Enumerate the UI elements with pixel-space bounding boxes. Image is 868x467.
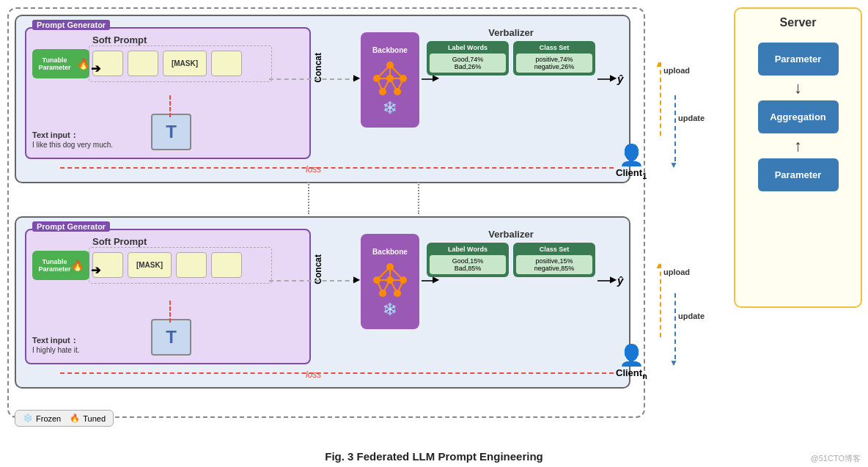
label-words-content-2: Good,15%Bad,85% bbox=[430, 255, 506, 274]
dot-separator-2 bbox=[418, 182, 419, 214]
update-label-1: update bbox=[678, 114, 705, 122]
fig-caption: Fig. 3 Federated LLM Prompt Engineering bbox=[0, 450, 868, 463]
sp-box-2c bbox=[211, 252, 242, 278]
fire-legend: 🔥 bbox=[70, 413, 80, 423]
snowflake-legend: ❄️ bbox=[23, 413, 33, 423]
verbalizer-label-2: Verbalizer bbox=[427, 229, 595, 240]
client1-icon: 👤 bbox=[616, 143, 647, 167]
svg-line-12 bbox=[383, 78, 390, 92]
verbalizer-inner-1: Label Words Good,74%Bad,26% Class Set po… bbox=[427, 41, 595, 76]
watermark: @51CTO博客 bbox=[811, 453, 861, 464]
client2-label: 👤 Clientn bbox=[616, 343, 647, 380]
backbone-label-1: Backbone bbox=[372, 46, 408, 54]
verb-col-label-1: Label Words Good,74%Bad,26% bbox=[427, 41, 509, 76]
client1-name: Client1 bbox=[616, 167, 647, 180]
upload-arrow-2 bbox=[660, 264, 661, 337]
legend-box: ❄️ Frozen 🔥 Tuned bbox=[15, 410, 114, 427]
verb-col-class-1: Class Set positive,74%negative,26% bbox=[513, 41, 595, 76]
down-arrow-server: ↓ bbox=[794, 80, 802, 96]
prompt-gen-box-1: Prompt Generator Soft Prompt [MASK] Tuna… bbox=[25, 27, 311, 159]
verbalizer-area-2: Verbalizer Label Words Good,15%Bad,85% C… bbox=[427, 229, 595, 335]
fire-icon-1: 🔥 bbox=[77, 58, 89, 70]
tuned-label: Tuned bbox=[83, 414, 106, 423]
t-icon-2: T bbox=[151, 319, 191, 356]
snowflake-icon-1: ❄️ bbox=[383, 100, 397, 114]
verb-col-class-2: Class Set positive,15%negative,85% bbox=[513, 243, 595, 277]
t-icon-1: T bbox=[151, 114, 191, 150]
dashed-arrow-to-bb-2 bbox=[269, 280, 357, 282]
loss-label-1: loss bbox=[306, 164, 321, 174]
backbone-box-2: Backbone ❄️ bbox=[361, 234, 419, 329]
arrow-tunable-to-sp-1: ➔ bbox=[91, 62, 100, 76]
svg-line-27 bbox=[383, 280, 390, 293]
text-input-area-1: Text input： I like this dog very much. bbox=[32, 130, 113, 149]
label-words-content-1: Good,74%Bad,26% bbox=[430, 54, 506, 73]
tunable-box-1: Tunable Parameter 🔥 bbox=[32, 49, 89, 78]
client1-section: Prompt Generator Soft Prompt [MASK] Tuna… bbox=[15, 15, 630, 183]
soft-prompt-boxes-1: [MASK] bbox=[92, 51, 242, 76]
loss-line-1 bbox=[60, 167, 614, 169]
text-input-value-1: I like this dog very much. bbox=[32, 141, 113, 149]
backbone-network-svg-1 bbox=[368, 56, 412, 100]
red-v-arrow-1 bbox=[169, 95, 171, 117]
server-title: Server bbox=[780, 16, 817, 29]
frozen-label: Frozen bbox=[36, 414, 61, 423]
update-arrowhead-1: ▼ bbox=[669, 160, 678, 170]
soft-prompt-boxes-2: [MASK] bbox=[92, 252, 242, 278]
prompt-gen-box-2: Prompt Generator Soft Prompt [MASK] Tuna… bbox=[25, 229, 311, 364]
backbone-label-2: Backbone bbox=[372, 248, 408, 256]
upload-arrowhead-1: ▲ bbox=[655, 59, 663, 69]
update-label-2: update bbox=[678, 312, 705, 320]
tunable-label-2: TunableParameter bbox=[38, 258, 70, 273]
sp-mask-1: [MASK] bbox=[163, 51, 207, 76]
sp-mask-2: [MASK] bbox=[128, 252, 172, 278]
loss-line-2 bbox=[60, 372, 614, 374]
text-input-value-2: I highly hate it. bbox=[32, 346, 79, 354]
client2-name: Clientn bbox=[616, 367, 647, 380]
verb-col-label-2: Label Words Good,15%Bad,85% bbox=[427, 243, 509, 277]
label-words-header-1: Label Words bbox=[430, 44, 506, 51]
server-box: Server Parameter ↓ Aggregation ↑ Paramet… bbox=[734, 7, 862, 308]
main-container: Prompt Generator Soft Prompt [MASK] Tuna… bbox=[0, 0, 868, 467]
client2-icon: 👤 bbox=[616, 343, 647, 367]
upload-label-2: upload bbox=[663, 268, 690, 276]
update-arrow-2 bbox=[674, 293, 676, 359]
sp-box-2b bbox=[176, 252, 207, 278]
arrow-to-bb-1: ▶ bbox=[353, 73, 360, 83]
update-arrow-1 bbox=[674, 95, 676, 161]
text-input-label-1: Text input： bbox=[32, 130, 113, 141]
yhat-1: ŷ bbox=[617, 73, 623, 85]
class-set-header-2: Class Set bbox=[516, 246, 592, 253]
loss-label-2: loss bbox=[306, 369, 321, 380]
frozen-legend: ❄️ Frozen bbox=[23, 413, 61, 423]
arrow-tunable-to-sp-2: ➔ bbox=[91, 263, 100, 277]
sp-box-1c bbox=[211, 51, 242, 76]
text-input-label-2: Text input： bbox=[32, 335, 79, 346]
soft-prompt-label-1: Soft Prompt bbox=[92, 34, 147, 45]
arrow-verb-icon-2: ▶ bbox=[610, 274, 617, 284]
tunable-label-1: Tunable Parameter bbox=[32, 56, 77, 71]
dot-separator bbox=[308, 182, 309, 214]
up-arrow-server: ↑ bbox=[794, 138, 802, 154]
label-words-header-2: Label Words bbox=[430, 246, 506, 253]
verbalizer-label-1: Verbalizer bbox=[427, 27, 595, 38]
sp-box-1b bbox=[128, 51, 158, 76]
tuned-legend: 🔥 Tuned bbox=[70, 413, 106, 423]
arrow-verb-icon-1: ▶ bbox=[610, 73, 617, 83]
server-param2: Parameter bbox=[758, 158, 839, 191]
class-set-content-2: positive,15%negative,85% bbox=[516, 255, 592, 274]
arrow-to-bb-2: ▶ bbox=[353, 274, 360, 284]
client1-label: 👤 Client1 bbox=[616, 143, 647, 180]
fire-icon-2: 🔥 bbox=[71, 260, 84, 271]
upload-arrow-1 bbox=[660, 62, 661, 136]
dashed-arrow-to-bb-1 bbox=[269, 78, 357, 80]
prompt-gen-label-1: Prompt Generator bbox=[32, 20, 110, 30]
yhat-2: ŷ bbox=[617, 274, 623, 287]
upload-arrowhead-2: ▲ bbox=[655, 260, 663, 271]
svg-line-28 bbox=[390, 280, 397, 293]
class-set-header-1: Class Set bbox=[516, 44, 592, 51]
server-agg: Aggregation bbox=[758, 100, 839, 133]
server-param1: Parameter bbox=[758, 43, 839, 76]
snowflake-icon-2: ❄️ bbox=[383, 302, 397, 316]
soft-prompt-label-2: Soft Prompt bbox=[92, 236, 147, 247]
